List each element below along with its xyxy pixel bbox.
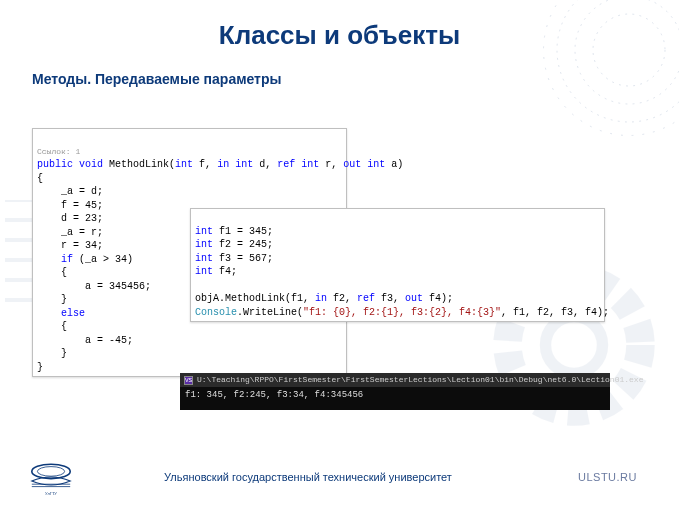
console-window: VS U:\Teaching\RPPO\FirstSemester\FirstS… <box>180 373 610 410</box>
svg-point-1 <box>575 0 679 104</box>
university-name: Ульяновский государственный технический … <box>38 471 578 483</box>
svg-text:УлГТУ: УлГТУ <box>45 491 57 496</box>
references-label: Ссылок: 1 <box>37 147 80 156</box>
footer: УлГТУ Ульяновский государственный технич… <box>0 457 679 497</box>
console-titlebar: VS U:\Teaching\RPPO\FirstSemester\FirstS… <box>180 373 610 387</box>
decorative-dots <box>539 0 679 140</box>
university-site: ULSTU.RU <box>578 471 637 483</box>
vs-icon: VS <box>184 376 193 385</box>
svg-point-0 <box>557 0 679 122</box>
svg-point-2 <box>593 14 665 86</box>
svg-point-5 <box>546 317 603 374</box>
svg-point-3 <box>544 0 680 136</box>
console-path: U:\Teaching\RPPO\FirstSemester\FirstSeme… <box>197 375 643 385</box>
code-snippet-caller: int f1 = 345; int f2 = 245; int f3 = 567… <box>190 208 605 322</box>
console-output: f1: 345, f2:245, f3:34, f4:345456 <box>180 387 610 410</box>
